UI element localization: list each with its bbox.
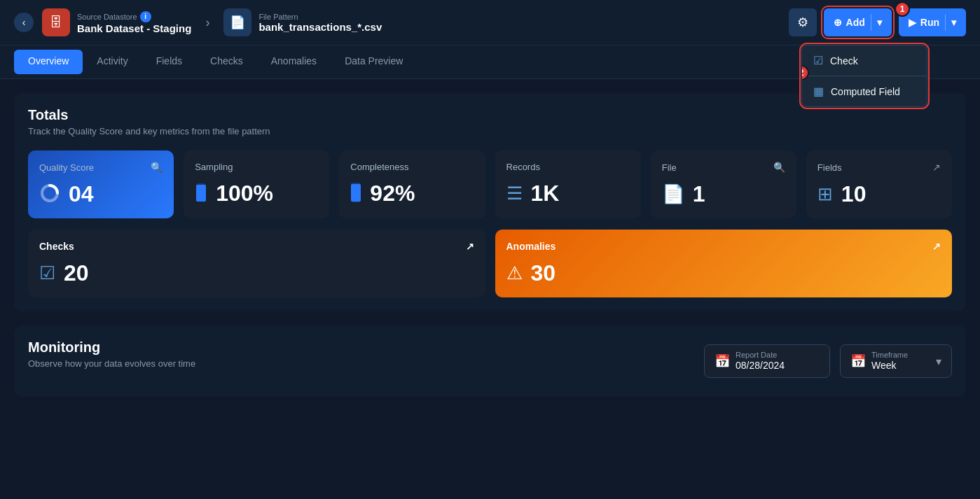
add-badge-1: 1 xyxy=(895,1,910,17)
header-right: 1 ⚙ ⊕ Add ▾ ▶ Run ▾ 2 ☑ Check ▦ Computed… xyxy=(789,8,966,36)
metric-card-records[interactable]: Records ☰ 1K xyxy=(495,150,641,218)
file-pattern-label: File Pattern xyxy=(258,13,382,21)
source-info-badge[interactable]: i xyxy=(140,11,151,22)
dropdown-computed-label: Computed Field xyxy=(831,86,900,97)
checks-checkbox-icon: ☑ xyxy=(39,262,55,284)
timeframe-chevron-icon: ▾ xyxy=(936,355,941,368)
main-content: Totals Track the Quality Score and key m… xyxy=(0,79,980,411)
records-value: 1K xyxy=(531,181,560,206)
checks-value: 20 xyxy=(64,260,89,286)
tab-overview[interactable]: Overview xyxy=(14,50,83,74)
run-divider xyxy=(945,14,946,31)
quality-score-value: 04 xyxy=(69,181,94,207)
add-label: Add xyxy=(846,17,865,28)
quality-score-label: Quality Score xyxy=(39,162,94,173)
completeness-icon xyxy=(350,182,361,206)
dropdown-item-computed-field[interactable]: ▦ Computed Field xyxy=(802,76,927,106)
report-date-text: Report Date 08/28/2024 xyxy=(736,351,785,372)
tab-activity[interactable]: Activity xyxy=(83,45,142,78)
tab-anomalies[interactable]: Anomalies xyxy=(257,45,331,78)
monitoring-section: Monitoring Observe how your data evolves… xyxy=(14,325,966,397)
timeframe-value: Week xyxy=(871,360,897,371)
checks-arrow-icon[interactable]: ↗ xyxy=(466,241,474,252)
metric-header-file: File 🔍 xyxy=(662,162,785,173)
completeness-value: 92% xyxy=(370,181,415,206)
add-button[interactable]: ⊕ Add ▾ xyxy=(824,8,892,36)
records-icon: ☰ xyxy=(506,183,523,204)
monitoring-title: Monitoring xyxy=(28,339,195,356)
monitoring-right: 📅 Report Date 08/28/2024 📅 Timeframe Wee… xyxy=(704,344,952,378)
svg-rect-5 xyxy=(351,184,361,202)
totals-subtitle: Track the Quality Score and key metrics … xyxy=(28,126,952,136)
sampling-label: Sampling xyxy=(195,162,233,172)
metric-card-completeness[interactable]: Completeness 92% xyxy=(339,150,485,218)
file-text: File Pattern bank_transactions_*.csv xyxy=(258,13,382,33)
anomalies-value: 30 xyxy=(531,260,556,286)
back-button[interactable]: ‹ xyxy=(14,13,34,32)
dropdown-check-label: Check xyxy=(830,55,858,66)
metric-header-sampling: Sampling xyxy=(195,162,318,172)
records-value-row: ☰ 1K xyxy=(506,181,630,206)
file-search-icon[interactable]: 🔍 xyxy=(773,162,785,173)
metric-card-fields[interactable]: Fields ↗ ⊞ 10 xyxy=(806,150,952,218)
metric-card-file[interactable]: File 🔍 📄 1 xyxy=(651,150,796,218)
timeframe-calendar-icon: 📅 xyxy=(850,353,866,369)
anomalies-title-row: Anomalies ↗ xyxy=(506,241,941,252)
check-icon: ☑ xyxy=(813,54,823,67)
completeness-label: Completeness xyxy=(350,162,408,172)
anomalies-card[interactable]: Anomalies ↗ ⚠ 30 xyxy=(495,230,953,297)
timeframe-label: Timeframe xyxy=(871,351,908,359)
records-label: Records xyxy=(506,162,540,172)
file-pattern-name: bank_transactions_*.csv xyxy=(258,21,382,33)
svg-rect-3 xyxy=(196,185,206,202)
quality-search-icon[interactable]: 🔍 xyxy=(151,162,163,173)
report-date-value: 08/28/2024 xyxy=(736,360,785,371)
run-play-icon: ▶ xyxy=(909,17,916,28)
anomalies-label: Anomalies xyxy=(506,241,556,252)
quality-ring-icon xyxy=(39,183,60,206)
metric-header-completeness: Completeness xyxy=(350,162,474,172)
checks-card[interactable]: Checks ↗ ☑ 20 xyxy=(28,230,485,297)
dropdown-item-check[interactable]: ☑ Check xyxy=(802,45,927,76)
fields-label: Fields xyxy=(817,162,842,173)
add-plus-icon: ⊕ xyxy=(834,17,842,28)
header: ‹ 🗄 Source Datastore i Bank Dataset - St… xyxy=(0,0,980,45)
add-chevron-icon: ▾ xyxy=(877,17,882,28)
report-date-field[interactable]: 📅 Report Date 08/28/2024 xyxy=(704,344,830,378)
header-left: ‹ 🗄 Source Datastore i Bank Dataset - St… xyxy=(14,8,382,36)
monitoring-left: Monitoring Observe how your data evolves… xyxy=(28,339,195,383)
run-chevron-icon: ▾ xyxy=(951,17,956,28)
totals-section: Totals Track the Quality Score and key m… xyxy=(14,93,966,311)
add-divider xyxy=(871,14,871,31)
file-label: File xyxy=(662,162,677,173)
bottom-row: Checks ↗ ☑ 20 Anomalies ↗ ⚠ 30 xyxy=(28,230,952,297)
metric-header-records: Records xyxy=(506,162,630,172)
monitoring-subtitle: Observe how your data evolves over time xyxy=(28,358,195,369)
tab-data-preview[interactable]: Data Preview xyxy=(331,45,417,78)
anomalies-arrow-icon[interactable]: ↗ xyxy=(932,241,941,252)
metrics-row: Quality Score 🔍 04 Sampling xyxy=(28,150,952,218)
sampling-icon xyxy=(195,182,207,206)
file-value-row: 📄 1 xyxy=(662,181,785,207)
settings-button[interactable]: ⚙ xyxy=(789,8,817,36)
metric-header-fields: Fields ↗ xyxy=(817,162,941,173)
anomalies-warning-icon: ⚠ xyxy=(506,262,523,284)
anomalies-value-row: ⚠ 30 xyxy=(506,260,941,286)
metric-card-quality-score[interactable]: Quality Score 🔍 04 xyxy=(28,150,174,218)
sampling-value-row: 100% xyxy=(195,181,318,206)
tab-fields[interactable]: Fields xyxy=(142,45,196,78)
metric-card-sampling[interactable]: Sampling 100% xyxy=(184,150,329,218)
file-value: 1 xyxy=(693,181,705,207)
computed-field-icon: ▦ xyxy=(813,85,824,98)
quality-value-row: 04 xyxy=(39,181,163,207)
timeframe-field[interactable]: 📅 Timeframe Week ▾ xyxy=(840,344,952,378)
fields-arrow-icon[interactable]: ↗ xyxy=(932,162,941,173)
checks-title-row: Checks ↗ xyxy=(39,241,474,252)
checks-value-row: ☑ 20 xyxy=(39,260,474,286)
source-block: 🗄 Source Datastore i Bank Dataset - Stag… xyxy=(42,8,191,36)
source-label: Source Datastore i xyxy=(77,11,191,22)
sampling-value: 100% xyxy=(216,181,273,206)
tab-checks[interactable]: Checks xyxy=(196,45,257,78)
metric-header-quality: Quality Score 🔍 xyxy=(39,162,163,173)
totals-title: Totals xyxy=(28,107,952,123)
